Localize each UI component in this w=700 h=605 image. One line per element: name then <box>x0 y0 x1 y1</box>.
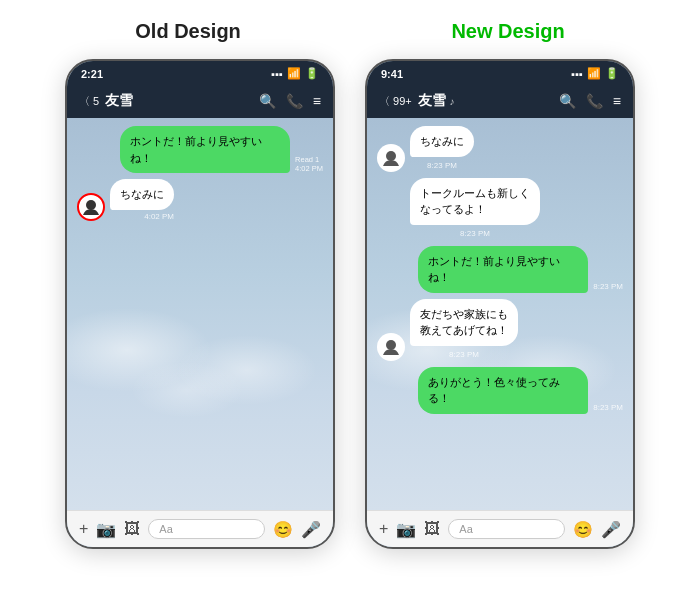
table-row: ちなみに 4:02 PM <box>77 179 323 221</box>
new-battery-icon: 🔋 <box>605 67 619 80</box>
msg-time: 4:02 PM <box>144 212 174 221</box>
music-note-icon: ♪ <box>450 96 455 107</box>
new-nav-icons: 🔍 📞 ≡ <box>559 93 621 109</box>
camera-icon[interactable]: 📷 <box>96 520 116 539</box>
old-back-button[interactable]: 〈 5 <box>79 94 99 109</box>
new-chat-title: 友雪 ♪ <box>418 92 553 110</box>
new-chat-area: ちなみに 8:23 PM トークルームも新しくなってるよ！ 8:23 PM 8:… <box>367 118 633 510</box>
old-chat-title: 友雪 <box>105 92 253 110</box>
old-battery-icon: 🔋 <box>305 67 319 80</box>
mic-icon[interactable]: 🎤 <box>601 520 621 539</box>
mic-icon[interactable]: 🎤 <box>301 520 321 539</box>
old-signal-icon: ▪▪▪ <box>271 68 283 80</box>
table-row: 友だちや家族にも教えてあげてね！ 8:23 PM <box>377 299 623 361</box>
msg-time: 8:23 PM <box>410 229 540 238</box>
plus-icon[interactable]: + <box>79 520 88 538</box>
avatar <box>377 144 405 172</box>
message-bubble: トークルームも新しくなってるよ！ <box>410 178 540 225</box>
table-row: ちなみに 8:23 PM <box>377 126 623 172</box>
new-time: 9:41 <box>381 68 403 80</box>
message-input[interactable]: Aa <box>148 519 265 539</box>
avatar <box>77 193 105 221</box>
msg-meta: Read 14:02 PM <box>295 155 323 173</box>
camera-icon[interactable]: 📷 <box>396 520 416 539</box>
new-wifi-icon: 📶 <box>587 67 601 80</box>
new-status-icons: ▪▪▪ 📶 🔋 <box>571 67 619 80</box>
msg-time: 8:23 PM <box>410 161 474 170</box>
new-toolbar: + 📷 🖼 Aa 😊 🎤 <box>367 510 633 547</box>
old-nav-icons: 🔍 📞 ≡ <box>259 93 321 109</box>
svg-point-1 <box>386 151 396 161</box>
image-icon[interactable]: 🖼 <box>124 520 140 538</box>
new-design-title: New Design <box>451 20 564 43</box>
old-design-title: Old Design <box>135 20 241 43</box>
old-menu-icon[interactable]: ≡ <box>313 93 321 109</box>
plus-icon[interactable]: + <box>379 520 388 538</box>
message-bubble: ありがとう！色々使ってみる！ <box>418 367 588 414</box>
message-bubble: ちなみに <box>410 126 474 157</box>
msg-time: 8:23 PM <box>410 350 518 359</box>
old-status-icons: ▪▪▪ 📶 🔋 <box>271 67 319 80</box>
msg-time: 8:23 PM <box>593 282 623 291</box>
message-input[interactable]: Aa <box>448 519 565 539</box>
old-design-phone: 2:21 ▪▪▪ 📶 🔋 〈 5 友雪 🔍 📞 ≡ Read 14:02 PM <box>65 59 335 549</box>
table-row: 8:23 PM ありがとう！色々使ってみる！ <box>377 367 623 414</box>
table-row: トークルームも新しくなってるよ！ 8:23 PM <box>377 178 623 240</box>
avatar <box>377 333 405 361</box>
emoji-icon[interactable]: 😊 <box>573 520 593 539</box>
new-status-bar: 9:41 ▪▪▪ 📶 🔋 <box>367 61 633 84</box>
msg-time: 8:23 PM <box>593 403 623 412</box>
message-bubble: ホントだ！前より見やすいね！ <box>120 126 290 173</box>
table-row: Read 14:02 PM ホントだ！前より見やすいね！ <box>77 126 323 173</box>
old-time: 2:21 <box>81 68 103 80</box>
message-bubble: ちなみに <box>110 179 174 210</box>
new-signal-icon: ▪▪▪ <box>571 68 583 80</box>
new-call-icon[interactable]: 📞 <box>586 93 603 109</box>
old-call-icon[interactable]: 📞 <box>286 93 303 109</box>
old-status-bar: 2:21 ▪▪▪ 📶 🔋 <box>67 61 333 84</box>
old-nav-bar: 〈 5 友雪 🔍 📞 ≡ <box>67 84 333 118</box>
new-back-button[interactable]: 〈 99+ <box>379 94 412 109</box>
new-menu-icon[interactable]: ≡ <box>613 93 621 109</box>
new-search-icon[interactable]: 🔍 <box>559 93 576 109</box>
image-icon[interactable]: 🖼 <box>424 520 440 538</box>
table-row: 8:23 PM ホントだ！前より見やすいね！ <box>377 246 623 293</box>
svg-point-0 <box>86 200 96 210</box>
svg-point-2 <box>386 340 396 350</box>
old-search-icon[interactable]: 🔍 <box>259 93 276 109</box>
old-chat-area: Read 14:02 PM ホントだ！前より見やすいね！ ちなみに 4:02 P… <box>67 118 333 510</box>
emoji-icon[interactable]: 😊 <box>273 520 293 539</box>
old-wifi-icon: 📶 <box>287 67 301 80</box>
new-design-phone: 9:41 ▪▪▪ 📶 🔋 〈 99+ 友雪 ♪ 🔍 📞 ≡ <box>365 59 635 549</box>
message-bubble: 友だちや家族にも教えてあげてね！ <box>410 299 518 346</box>
new-nav-bar: 〈 99+ 友雪 ♪ 🔍 📞 ≡ <box>367 84 633 118</box>
message-bubble: ホントだ！前より見やすいね！ <box>418 246 588 293</box>
old-toolbar: + 📷 🖼 Aa 😊 🎤 <box>67 510 333 547</box>
